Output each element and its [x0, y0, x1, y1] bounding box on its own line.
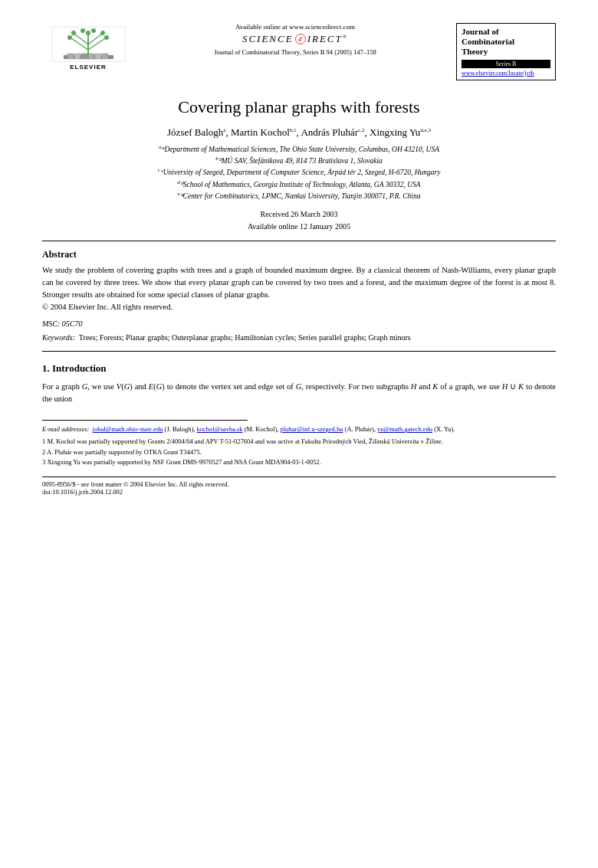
email-footnote: E-mail addresses: jobal@math.ohio-state.…: [42, 424, 556, 434]
page: ELSEVIER Available online at www.science…: [0, 0, 598, 868]
elsevier-logo-section: ELSEVIER: [42, 23, 134, 73]
svg-rect-14: [67, 54, 74, 59]
divider-2: [42, 351, 556, 352]
journal-series-info: Journal of Combinatorial Theory, Series …: [142, 48, 449, 56]
title-section: Covering planar graphs with forests Józs…: [42, 97, 556, 233]
email-link-balogh[interactable]: jobal@math.ohio-state.edu: [93, 425, 163, 433]
svg-point-9: [86, 31, 90, 35]
abstract-section: Abstract We study the problem of coverin…: [42, 249, 556, 343]
header-center: Available online at www.sciencedirect.co…: [134, 23, 456, 56]
header: ELSEVIER Available online at www.science…: [42, 23, 556, 80]
svg-rect-15: [74, 54, 80, 59]
footnote-2: 2 A. Pluhár was partially supported by O…: [42, 447, 556, 457]
msc-classification: MSC: 05C70: [42, 319, 556, 328]
footnote-3: 3 Xingxing Yu was partially supported by…: [42, 457, 556, 467]
affiliations: aᵃDepartment of Mathematical Sciences, T…: [42, 143, 556, 202]
footnote-1: 1 M. Kochol was partially supported by G…: [42, 437, 556, 447]
svg-point-6: [67, 35, 72, 40]
journal-title-text: Journal ofCombinatorialTheory: [462, 27, 550, 57]
svg-rect-17: [88, 54, 94, 59]
svg-point-7: [71, 31, 76, 35]
svg-line-4: [88, 38, 105, 50]
issn-line: 0095-8956/$ - see front matter © 2004 El…: [42, 480, 556, 488]
doi-line: doi:10.1016/j.jctb.2004.12.002: [42, 488, 556, 496]
svg-point-10: [91, 28, 96, 33]
svg-point-8: [80, 28, 85, 33]
introduction-section: 1. Introduction For a graph G, we use V(…: [42, 362, 556, 407]
circle-d-icon: d: [295, 34, 306, 44]
series-label: Series B: [462, 60, 550, 68]
svg-point-11: [100, 31, 105, 35]
email-link-pluhar[interactable]: pluhar@inf.u-szeged.hu: [280, 425, 343, 433]
footnote-divider: [42, 420, 248, 421]
dates: Received 26 March 2003 Available online …: [42, 208, 556, 233]
abstract-text: We study the problem of covering graphs …: [42, 264, 556, 314]
authors: József Balogha, Martin Kocholb,1, András…: [42, 126, 556, 139]
received-date: Received 26 March 2003: [42, 208, 556, 221]
available-online-date: Available online 12 January 2005: [42, 221, 556, 233]
sciencedirect-logo: SCIENCE d IRECT®: [142, 33, 449, 45]
svg-text:ELSEVIER: ELSEVIER: [70, 64, 107, 70]
paper-title: Covering planar graphs with forests: [42, 97, 556, 117]
bottom-info: 0095-8956/$ - see front matter © 2004 El…: [42, 477, 556, 496]
elsevier-logo-icon: ELSEVIER: [48, 23, 129, 73]
journal-title-box: Journal ofCombinatorialTheory Series B w…: [456, 23, 556, 80]
footnotes: E-mail addresses: jobal@math.ohio-state.…: [42, 424, 556, 467]
email-link-kochol[interactable]: kochol@savba.sk: [197, 425, 243, 433]
abstract-title: Abstract: [42, 249, 556, 260]
section-title-intro: 1. Introduction: [42, 362, 556, 375]
intro-text: For a graph G, we use V(G) and E(G) to d…: [42, 381, 556, 407]
keywords: Keywords: Trees; Forests; Planar graphs;…: [42, 332, 556, 343]
keywords-label: Keywords:: [42, 333, 75, 342]
email-link-yu[interactable]: yu@math.gatech.edu: [377, 425, 432, 433]
divider-1: [42, 241, 556, 241]
available-online-text: Available online at www.sciencedirect.co…: [142, 23, 449, 31]
keywords-text: Trees; Forests; Planar graphs; Outerplan…: [79, 333, 411, 342]
journal-url: www.elsevier.com/locate/jctb: [462, 70, 550, 77]
svg-rect-19: [102, 54, 108, 59]
email-label: E-mail addresses:: [42, 425, 89, 433]
svg-rect-18: [95, 54, 101, 59]
svg-line-2: [71, 38, 88, 50]
svg-point-12: [104, 35, 109, 40]
svg-rect-16: [81, 54, 87, 59]
